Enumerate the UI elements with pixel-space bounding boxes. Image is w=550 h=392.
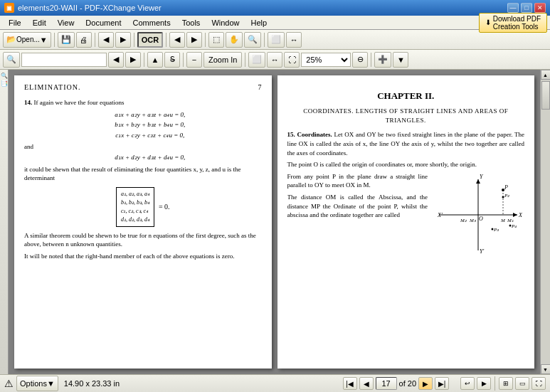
separator xyxy=(495,376,495,391)
minimize-button[interactable]: — xyxy=(507,3,519,13)
hand-button[interactable]: ✋ xyxy=(226,32,243,48)
search-prev-button[interactable]: ◀ xyxy=(108,52,124,68)
scroll-down-button[interactable]: ▼ xyxy=(541,364,551,374)
menu-window[interactable]: Window xyxy=(206,17,245,28)
menubar: File Edit View Document Comments Tools W… xyxy=(0,16,550,30)
fit-width-button[interactable]: ↔ xyxy=(286,32,302,48)
svg-marker-2 xyxy=(513,213,517,217)
download-icon: ⬇ xyxy=(485,18,491,26)
equations-block: a₁x + a₂y + a₃z + a₄u = 0, b₁x + b₂y + b… xyxy=(38,110,262,140)
highlight-button[interactable]: ▲ xyxy=(147,52,163,68)
pages-container: ELIMINATION. 7 14. If again we have the … xyxy=(9,70,540,374)
search-input[interactable] xyxy=(21,53,107,67)
separator xyxy=(205,33,206,47)
download-label: Download PDF Creation Tools xyxy=(493,15,541,31)
zoom-level-select[interactable]: 25% 50% 75% 100% xyxy=(301,53,351,67)
section-intro: 14. If again we have the four equations xyxy=(24,98,262,107)
fit-page-btn2[interactable]: ⬜ xyxy=(248,52,265,68)
separator xyxy=(183,53,184,67)
diagram-text-area: X X' Y Y' O P M P₂ P₃ xyxy=(287,172,525,260)
chapter-title: CHAPTER II. xyxy=(287,90,525,102)
select-button[interactable]: ⬚ xyxy=(208,32,224,48)
svg-text:P₂: P₂ xyxy=(504,193,509,198)
section15-para: 15. Coordinates. Let OX and OY be two fi… xyxy=(287,130,525,157)
menu-file[interactable]: File xyxy=(3,17,27,28)
titlebar-controls[interactable]: — □ ✕ xyxy=(507,3,546,13)
section-14-num: 14. xyxy=(24,99,32,106)
page-left: ELIMINATION. 7 14. If again we have the … xyxy=(14,75,272,369)
zoom-reset-button[interactable]: ⊖ xyxy=(352,52,368,68)
menu-view[interactable]: View xyxy=(52,17,80,28)
search-icon-btn[interactable]: 🔍 xyxy=(3,52,20,68)
close-button[interactable]: ✕ xyxy=(534,3,546,13)
statusbar: ⚠ Options ▼ 14.90 x 23.33 in |◀ ◀ of 20 … xyxy=(0,374,550,392)
scrollbar[interactable]: ▲ ▼ xyxy=(540,70,550,374)
menu-tools[interactable]: Tools xyxy=(176,17,206,28)
zoom-in-button[interactable]: Zoom In xyxy=(203,52,242,68)
page-right: CHAPTER II. COORDINATES. LENGTHS OF STRA… xyxy=(277,75,535,369)
svg-text:O: O xyxy=(479,216,483,222)
fit-page-button[interactable]: ⬜ xyxy=(268,32,285,48)
search-next-button[interactable]: ▶ xyxy=(125,52,141,68)
strikeout-button[interactable]: S̶ xyxy=(164,52,180,68)
separator xyxy=(134,33,134,47)
download-pdf-button[interactable]: ⬇ Download PDF Creation Tools xyxy=(479,13,547,33)
svg-text:M: M xyxy=(500,218,506,223)
para1: it could be shewn that the result of eli… xyxy=(24,165,262,183)
left-panel: 🔍 📑 xyxy=(0,70,9,374)
separator xyxy=(371,53,371,67)
open-label: Open... xyxy=(16,36,40,43)
play-button[interactable]: ▶ xyxy=(477,377,491,390)
rewind-button[interactable]: ↩ xyxy=(460,377,475,390)
grid-view-button[interactable]: ⊞ xyxy=(499,377,513,390)
open-button[interactable]: 📂 Open... ▼ xyxy=(3,32,51,48)
prev-page-nav-button[interactable]: ◀ xyxy=(359,377,374,390)
menu-document[interactable]: Document xyxy=(80,17,127,28)
scroll-up-button[interactable]: ▲ xyxy=(541,70,551,80)
right-para2: The point O is called the origin of coor… xyxy=(287,160,525,169)
open-dropdown-icon: ▼ xyxy=(40,36,48,44)
add-button[interactable]: ➕ xyxy=(374,52,391,68)
coordinate-diagram: X X' Y Y' O P M P₂ P₃ xyxy=(432,172,524,258)
eq1: a₁x + a₂y + a₃z + a₄u = 0, xyxy=(38,110,262,120)
ocr-button[interactable]: OCR xyxy=(137,32,163,48)
next-page-nav-button[interactable]: ▶ xyxy=(418,377,433,390)
print-button[interactable]: 🖨 xyxy=(76,32,92,48)
section-intro-text: If again we have the four equations xyxy=(34,99,125,106)
menu-comments[interactable]: Comments xyxy=(127,17,176,28)
forward-button[interactable]: ▶ xyxy=(115,32,131,48)
options-button[interactable]: Options ▼ xyxy=(16,376,58,391)
page-number-input[interactable] xyxy=(376,377,397,390)
full-screen-button[interactable]: ⛶ xyxy=(284,52,300,68)
separator xyxy=(144,53,144,67)
back-button[interactable]: ◀ xyxy=(98,32,114,48)
menu-help[interactable]: Help xyxy=(245,17,273,28)
eq2: b₁x + b₂y + b₃z + b₄u = 0, xyxy=(38,120,262,129)
zoom-select-button[interactable]: 🔍 xyxy=(244,32,261,48)
save-button[interactable]: 💾 xyxy=(58,32,75,48)
panel-icon[interactable]: 🔍 xyxy=(1,73,8,79)
page-left-header: ELIMINATION. 7 xyxy=(24,83,262,92)
single-view-button[interactable]: ▭ xyxy=(515,377,529,390)
titlebar: ▣ elements20-WAII - PDF-XChange Viewer —… xyxy=(0,0,550,16)
chapter-subtitle: COORDINATES. LENGTHS OF STRAIGHT LINES A… xyxy=(287,107,525,125)
menu-edit[interactable]: Edit xyxy=(27,17,52,28)
left-page-title: ELIMINATION. xyxy=(24,83,81,92)
maximize-button[interactable]: □ xyxy=(521,3,532,13)
zoom-out-button[interactable]: − xyxy=(186,52,202,68)
fit-view-button[interactable]: ⛶ xyxy=(532,377,546,390)
app-icon: ▣ xyxy=(4,3,14,13)
last-page-button[interactable]: ▶| xyxy=(435,377,449,390)
status-right: ↩ ▶ ⊞ ▭ ⛶ xyxy=(460,376,546,391)
next-page-button[interactable]: ▶ xyxy=(186,32,202,48)
fit-width-btn2[interactable]: ↔ xyxy=(267,52,282,68)
prev-page-button[interactable]: ◀ xyxy=(169,32,185,48)
first-page-button[interactable]: |◀ xyxy=(343,377,357,390)
eq4-block: d₁x + d₂y + d₃z + d₄u = 0, xyxy=(38,153,262,162)
eq4: d₁x + d₂y + d₃z + d₄u = 0, xyxy=(38,153,262,162)
more-button[interactable]: ▼ xyxy=(393,52,408,68)
svg-text:X': X' xyxy=(437,212,443,218)
panel-icon2[interactable]: 📑 xyxy=(1,80,8,87)
svg-text:M₁: M₁ xyxy=(507,218,514,223)
scroll-thumb[interactable] xyxy=(541,81,550,110)
